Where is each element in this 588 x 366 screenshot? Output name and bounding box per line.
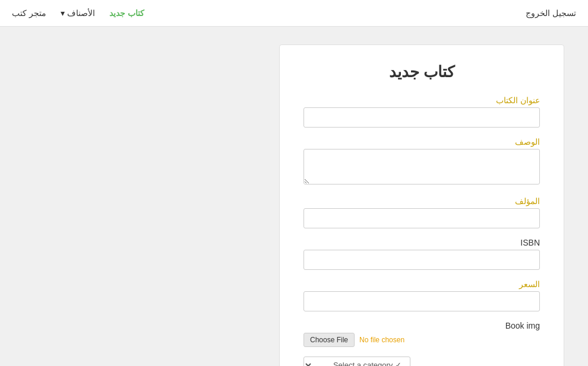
- navbar-right: كتاب جديد الأصناف ▾ متجر كتب: [12, 8, 144, 18]
- isbn-group: ISBN: [304, 238, 540, 270]
- no-file-text: No file chosen: [359, 336, 404, 344]
- categories-dropdown[interactable]: الأصناف ▾: [61, 8, 95, 18]
- file-input-row: No file chosen Choose File: [304, 333, 540, 347]
- price-label: السعر: [304, 279, 540, 289]
- price-group: السعر: [304, 279, 540, 311]
- choose-file-button[interactable]: Choose File: [304, 333, 355, 347]
- category-select-container: ✓ Select a category: [304, 357, 540, 366]
- chevron-down-icon: ▾: [61, 8, 65, 18]
- categories-label: الأصناف: [67, 8, 95, 18]
- isbn-label: ISBN: [304, 238, 540, 247]
- new-book-nav-link[interactable]: كتاب جديد: [109, 8, 144, 18]
- author-label: المؤلف: [304, 196, 540, 206]
- book-title-input[interactable]: [304, 107, 540, 128]
- form-title: كتاب جديد: [304, 63, 540, 81]
- description-group: الوصف: [304, 137, 540, 187]
- book-img-label: Book img: [304, 321, 540, 330]
- author-group: المؤلف: [304, 196, 540, 228]
- description-textarea[interactable]: [304, 149, 540, 184]
- navbar-left: تسجيل الخروج: [526, 8, 576, 18]
- form-card: كتاب جديد عنوان الكتاب الوصف المؤلف ISBN…: [279, 44, 564, 366]
- price-input[interactable]: [304, 291, 540, 311]
- book-title-label: عنوان الكتاب: [304, 96, 540, 105]
- book-title-group: عنوان الكتاب: [304, 96, 540, 128]
- description-label: الوصف: [304, 137, 540, 147]
- category-dropdown[interactable]: ✓ Select a category: [304, 357, 410, 366]
- logout-link[interactable]: تسجيل الخروج: [526, 8, 576, 18]
- author-input[interactable]: [304, 208, 540, 228]
- isbn-input[interactable]: [304, 250, 540, 270]
- main-content: كتاب جديد عنوان الكتاب الوصف المؤلف ISBN…: [0, 27, 588, 366]
- book-img-group: Book img No file chosen Choose File: [304, 321, 540, 347]
- brand-link[interactable]: متجر كتب: [12, 8, 46, 18]
- navbar: تسجيل الخروج كتاب جديد الأصناف ▾ متجر كت…: [0, 0, 588, 27]
